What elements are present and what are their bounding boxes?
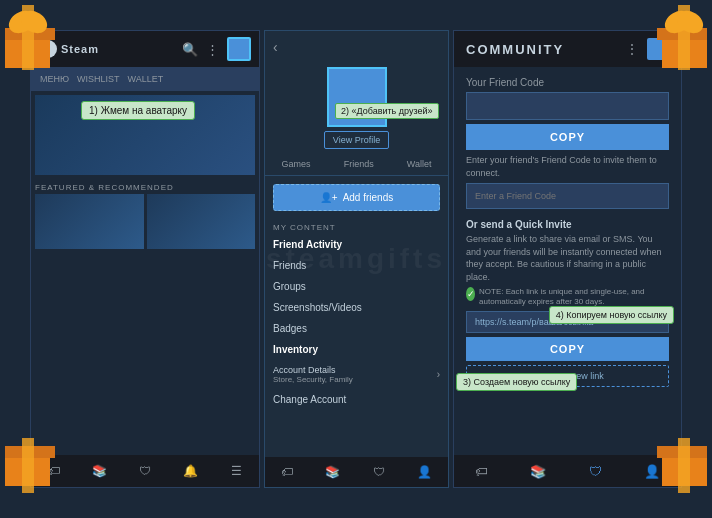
popup-tabs: Games Friends Wallet: [265, 153, 448, 176]
gift-decoration-br: [632, 438, 712, 518]
menu-badges[interactable]: Badges: [265, 318, 448, 339]
svg-rect-15: [678, 438, 690, 493]
gift-decoration-tr: [632, 0, 712, 80]
menu-dots-icon[interactable]: ⋮: [206, 42, 219, 57]
friend-code-description: Enter your friend's Friend Code to invit…: [466, 154, 669, 179]
invite-note-text: NOTE: Each link is unique and single-use…: [479, 287, 669, 308]
my-content-label: MY CONTENT: [265, 219, 448, 234]
menu-screenshots[interactable]: Screenshots/Videos: [265, 297, 448, 318]
back-button[interactable]: ‹: [265, 31, 448, 63]
check-icon: ✓: [466, 287, 475, 301]
change-account-item[interactable]: Change Account: [265, 389, 448, 410]
nav-wishlist[interactable]: WISHLIST: [74, 72, 123, 86]
com-nav-library-icon[interactable]: 📚: [530, 464, 546, 479]
svg-rect-12: [22, 438, 34, 493]
gift-decoration-tl: [0, 0, 80, 80]
add-friends-label: Add friends: [343, 192, 394, 203]
user-avatar[interactable]: [227, 37, 251, 61]
nav-community-icon[interactable]: 🛡: [137, 463, 153, 479]
gift-decoration-bl: [0, 438, 80, 518]
tab-friends[interactable]: Friends: [340, 157, 378, 171]
nav-wallet[interactable]: WALLET: [125, 72, 167, 86]
account-arrow-icon: ›: [437, 369, 440, 380]
tab-games[interactable]: Games: [278, 157, 315, 171]
friend-code-copy-button[interactable]: COPY: [466, 124, 669, 150]
add-friends-button[interactable]: 👤+ Add friends: [273, 184, 440, 211]
menu-friend-activity[interactable]: Friend Activity: [265, 234, 448, 255]
popup-nav-chat-icon[interactable]: 👤: [417, 465, 432, 479]
tab-wallet[interactable]: Wallet: [403, 157, 436, 171]
view-profile-button[interactable]: View Profile: [324, 131, 389, 149]
menu-friends[interactable]: Friends: [265, 255, 448, 276]
featured-item-2[interactable]: [147, 194, 256, 249]
annotation-2: 2) «Добавить друзей»: [335, 103, 439, 119]
friend-code-input[interactable]: [466, 92, 669, 120]
quick-invite-section: Or send a Quick Invite Generate a link t…: [466, 219, 669, 387]
popup-nav-community-icon[interactable]: 🛡: [373, 465, 385, 479]
quick-invite-description: Generate a link to share via email or SM…: [466, 233, 669, 283]
community-title: COMMUNITY: [466, 42, 564, 57]
com-nav-store-icon[interactable]: 🏷: [475, 464, 488, 479]
add-friends-icon: 👤+: [320, 192, 338, 203]
menu-inventory[interactable]: Inventory: [265, 339, 448, 360]
community-content: Your Friend Code COPY Enter your friend'…: [454, 67, 681, 455]
account-details-item[interactable]: Account Details Store, Security, Family …: [265, 360, 448, 389]
steam-header-icons: 🔍 ⋮: [182, 37, 251, 61]
profile-popup: ‹ View Profile 2) «Добавить друзей» Game…: [264, 30, 449, 488]
avatar-area: [265, 63, 448, 131]
nav-chat-icon[interactable]: 🔔: [183, 463, 199, 479]
annotation-1: 1) Жмем на аватарку: [81, 101, 195, 120]
nav-hamburger-icon[interactable]: ☰: [228, 463, 244, 479]
nav-library-icon[interactable]: 📚: [91, 463, 107, 479]
account-details-sub: Store, Security, Family: [273, 375, 353, 384]
enter-friend-code-input[interactable]: [466, 183, 669, 209]
popup-nav-library-icon[interactable]: 📚: [325, 465, 340, 479]
account-details-label: Account Details: [273, 365, 353, 375]
annotation-4: 4) Копируем новую ссылку: [549, 306, 674, 324]
menu-groups[interactable]: Groups: [265, 276, 448, 297]
friend-code-section: Your Friend Code COPY Enter your friend'…: [466, 77, 669, 209]
featured-grid: [31, 194, 259, 249]
com-nav-community-icon[interactable]: 🛡: [589, 464, 602, 479]
popup-nav-store-icon[interactable]: 🏷: [281, 465, 293, 479]
popup-bottom-nav: 🏷 📚 🛡 👤: [265, 457, 448, 487]
community-panel: COMMUNITY ⋮ Your Friend Code COPY Enter …: [453, 30, 682, 488]
quick-invite-title: Or send a Quick Invite: [466, 219, 669, 230]
steam-client-panel: Steam 🔍 ⋮ МЕНЮ WISHLIST WALLET 1) Жмем н…: [30, 30, 260, 488]
steam-main-content: FEATURED & RECOMMENDED: [31, 91, 259, 455]
invite-copy-button[interactable]: COPY: [466, 337, 669, 361]
annotation-3: 3) Создаем новую ссылку: [456, 373, 577, 391]
featured-label: FEATURED & RECOMMENDED: [31, 179, 259, 194]
featured-item-1[interactable]: [35, 194, 144, 249]
invite-note: ✓ NOTE: Each link is unique and single-u…: [466, 287, 669, 308]
search-icon[interactable]: 🔍: [182, 42, 198, 57]
